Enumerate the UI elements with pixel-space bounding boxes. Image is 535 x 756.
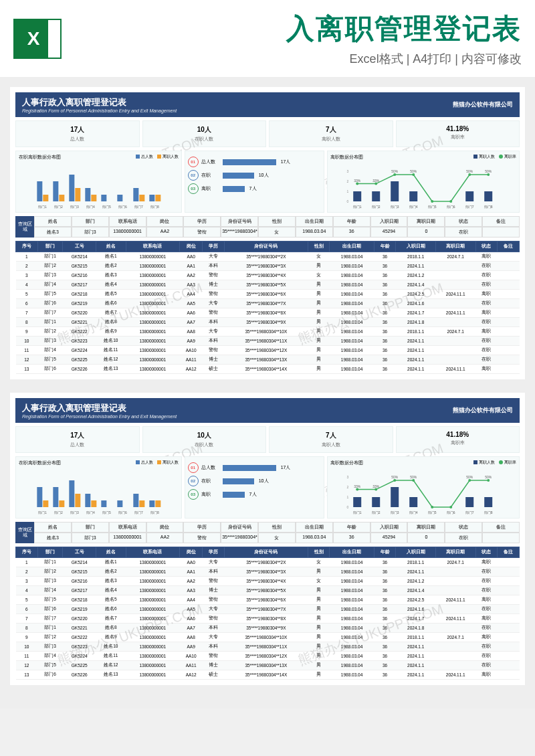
- table-cell: 在职: [475, 299, 498, 308]
- table-row[interactable]: 9部门2GK5222姓名913800000001AA8大专35****19880…: [16, 327, 520, 337]
- hbar-value: 7人: [249, 185, 257, 192]
- query-value[interactable]: 0: [407, 533, 445, 543]
- table-row[interactable]: 3部门3GK5216姓名313800000001AA2警衔35****19880…: [16, 577, 520, 586]
- table-row[interactable]: 8部门1GK5221姓名813800000001AA7本科35****19880…: [16, 624, 520, 633]
- table-header: 年龄: [374, 547, 396, 558]
- query-value[interactable]: 女: [258, 227, 296, 238]
- query-value[interactable]: AA2: [146, 533, 184, 543]
- query-value[interactable]: 在职: [445, 227, 482, 238]
- query-value[interactable]: [482, 533, 520, 543]
- table-cell: 35****19880304**8X: [225, 308, 308, 318]
- table-cell: 4: [16, 280, 38, 290]
- query-value[interactable]: 1988.03.04: [296, 227, 333, 238]
- table-row[interactable]: 1部门1GK5214姓名113800000001AA0大专35****19880…: [16, 558, 520, 567]
- query-value[interactable]: 35****19880304**4X: [221, 227, 258, 238]
- table-row[interactable]: 2部门2GK5215姓名213800000001AA1本科35****19880…: [16, 567, 520, 577]
- table-cell: [435, 652, 475, 661]
- table-cell: 13: [16, 670, 38, 680]
- query-value[interactable]: 女: [258, 533, 296, 543]
- table-cell: 13800000001: [126, 567, 179, 577]
- svg-rect-6: [69, 175, 74, 201]
- table-row[interactable]: 5部门5GK5218姓名513800000001AA4警衔35****19880…: [16, 290, 520, 299]
- query-header: 部门: [72, 216, 109, 227]
- table-cell: 2018.1.1: [396, 327, 436, 337]
- table-cell: 女: [308, 271, 330, 280]
- table-row[interactable]: 8部门1GK5221姓名813800000001AA7本科35****19880…: [16, 318, 520, 327]
- query-value[interactable]: 姓名3: [34, 533, 72, 543]
- table-cell: 男: [308, 661, 330, 670]
- table-row[interactable]: 6部门6GK5219姓名613800000001AA5大专35****19880…: [16, 299, 520, 308]
- table-cell: 35****19880304**3X: [225, 567, 308, 577]
- svg-rect-18: [133, 188, 138, 201]
- query-value[interactable]: 警衔: [183, 533, 221, 543]
- table-row[interactable]: 10部门3GK5223姓名1013800000001AA9本科35****198…: [16, 337, 520, 346]
- table-row[interactable]: 4部门4GK5217姓名413800000001AA3博士35****19880…: [16, 280, 520, 290]
- query-value[interactable]: 0: [407, 227, 445, 238]
- query-value[interactable]: 45294: [370, 533, 408, 543]
- table-cell: 35****19880304**13X: [225, 661, 308, 670]
- table-row[interactable]: 3部门3GK5216姓名313800000001AA2警衔35****19880…: [16, 271, 520, 280]
- table-row[interactable]: 7部门7GK5220姓名713800000001AA6警衔35****19880…: [16, 614, 520, 624]
- table-row[interactable]: 5部门5GK5218姓名513800000001AA4警衔35****19880…: [16, 595, 520, 605]
- table-cell: 4: [16, 586, 38, 595]
- table-cell: [435, 661, 475, 670]
- query-value[interactable]: 35****19880304**4X: [221, 533, 258, 543]
- hbar-value: 10人: [259, 172, 269, 179]
- query-value[interactable]: 1988.03.04: [296, 533, 333, 543]
- query-value[interactable]: [482, 227, 520, 238]
- table-cell: AA4: [179, 595, 202, 605]
- query-value[interactable]: 45294: [370, 227, 408, 238]
- table-cell: 2024.1.1: [396, 652, 436, 661]
- query-value[interactable]: 部门3: [72, 533, 109, 543]
- table-cell: [498, 327, 520, 337]
- query-area: 查询区域姓名部门联系电话岗位学历身份证号码性别出生日期年龄入职日期离职日期状态备…: [15, 216, 520, 238]
- table-row[interactable]: 13部门6GK5226姓名1313800000001AA12硕士35****19…: [16, 365, 520, 374]
- table-cell: 部门4: [37, 652, 63, 661]
- table-cell: 1988.03.04: [330, 595, 374, 605]
- table-cell: 13800000001: [126, 337, 179, 346]
- table-cell: [498, 595, 520, 605]
- table-cell: GK5223: [63, 337, 96, 346]
- table-cell: 36: [374, 280, 396, 290]
- query-value[interactable]: 36: [333, 227, 370, 238]
- table-cell: 2024.1.1: [396, 365, 436, 374]
- table-row[interactable]: 2部门2GK5215姓名213800000001AA1本科35****19880…: [16, 262, 520, 271]
- table-cell: 35****19880304**7X: [225, 605, 308, 614]
- table-cell: [498, 252, 520, 262]
- table-row[interactable]: 6部门6GK5219姓名613800000001AA5大专35****19880…: [16, 605, 520, 614]
- table-row[interactable]: 10部门3GK5223姓名1013800000001AA9本科35****198…: [16, 642, 520, 652]
- table-cell: 2024.11.1: [435, 290, 475, 299]
- table-cell: 2024.1.8: [396, 624, 436, 633]
- table-row[interactable]: 12部门5GK5225姓名1213800000001AA11博士35****19…: [16, 355, 520, 365]
- table-row[interactable]: 9部门2GK5222姓名913800000001AA8大专35****19880…: [16, 633, 520, 642]
- svg-text:50%: 50%: [466, 169, 473, 173]
- table-row[interactable]: 11部门4GK5224姓名1113800000001AA10警衔35****19…: [16, 652, 520, 661]
- table-row[interactable]: 4部门4GK5217姓名413800000001AA3博士35****19880…: [16, 586, 520, 595]
- svg-rect-80: [155, 500, 160, 507]
- table-cell: 部门3: [37, 337, 63, 346]
- query-value[interactable]: AA2: [146, 227, 184, 238]
- table-row[interactable]: 7部门7GK5220姓名713800000001AA6警衔35****19880…: [16, 308, 520, 318]
- query-value[interactable]: 36: [333, 533, 370, 543]
- table-cell: 警衔: [203, 346, 225, 355]
- table-cell: 2024.1.8: [396, 318, 436, 327]
- table-header: 身份证号码: [225, 547, 308, 558]
- query-value[interactable]: 13800000001: [109, 533, 146, 543]
- table-header: 备注: [498, 242, 520, 252]
- query-value[interactable]: 13800000001: [109, 227, 146, 238]
- hbar-number: 01: [188, 157, 199, 167]
- table-cell: 姓名13: [96, 670, 126, 680]
- table-row[interactable]: 11部门4GK5224姓名1113800000001AA10警衔35****19…: [16, 346, 520, 355]
- table-row[interactable]: 1部门1GK5214姓名113800000001AA0大专35****19880…: [16, 252, 520, 262]
- svg-rect-86: [372, 497, 380, 507]
- svg-text:0: 0: [346, 199, 348, 203]
- query-value[interactable]: 姓名3: [34, 227, 72, 238]
- query-value[interactable]: 部门3: [72, 227, 109, 238]
- query-value[interactable]: 在职: [445, 533, 482, 543]
- table-cell: 部门3: [37, 577, 63, 586]
- table-row[interactable]: 13部门6GK5226姓名1313800000001AA12硕士35****19…: [16, 670, 520, 680]
- banner-subtitle: Excel格式 | A4打印 | 内容可修改: [64, 51, 522, 67]
- table-cell: 姓名1: [96, 252, 126, 262]
- query-value[interactable]: 警衔: [183, 227, 221, 238]
- table-row[interactable]: 12部门5GK5225姓名1213800000001AA11博士35****19…: [16, 661, 520, 670]
